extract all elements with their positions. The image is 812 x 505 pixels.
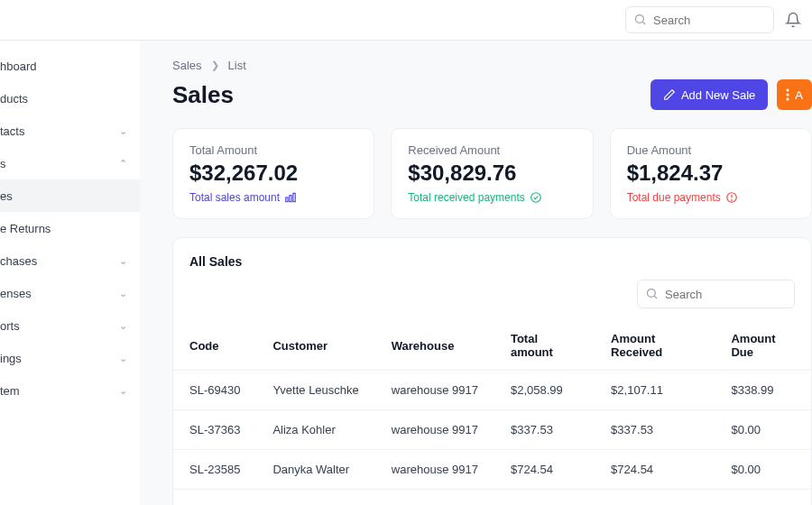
sidebar-item[interactable]: enses⌄ [0,277,140,309]
column-header[interactable]: Customer [256,321,374,371]
sidebar-item[interactable]: tem⌄ [0,374,140,407]
svg-line-1 [642,22,645,24]
sidebar-item-label: tacts [0,124,24,138]
chevron-right-icon: ❯ [211,60,219,71]
breadcrumb: Sales ❯ List [172,59,812,72]
sidebar-item-label: e Returns [0,222,51,235]
svg-point-3 [787,94,789,96]
table-row[interactable]: SL-37544Hollie Lednerwarehouse 9917$594.… [173,490,811,506]
column-header[interactable]: Total amount [494,321,595,371]
check-icon [530,191,542,204]
svg-point-12 [648,289,656,298]
table-cell: Yvette Leuschke [256,371,374,410]
table-cell: $594.36 [494,490,595,506]
table-row[interactable]: SL-23585Danyka Walterwarehouse 9917$724.… [173,450,811,490]
sidebar-item-label: hboard [0,60,36,73]
table-cell: warehouse 9917 [375,410,494,450]
sales-panel: All Sales CodeCustomerWarehouseTotal amo… [172,237,812,505]
table-cell: SL-37544 [173,490,256,506]
table-cell: $2,107.11 [595,371,715,410]
sidebar-item[interactable]: ducts [0,82,140,115]
table-cell: Hollie Ledner [256,490,374,506]
table-cell: warehouse 9917 [375,490,494,506]
svg-rect-6 [290,196,291,202]
panel-search-input[interactable] [637,280,795,308]
global-search [625,6,774,33]
table-cell: $337.53 [494,410,595,450]
table-cell: Aliza Kohler [256,410,374,450]
page-title: Sales [172,81,234,109]
sidebar-item-label: enses [0,287,32,300]
column-header[interactable]: Amount Due [715,321,811,371]
dots-vertical-icon [786,88,789,101]
card-amount: $1,824.37 [627,161,795,186]
chart-icon [284,191,297,204]
sidebar-item-label: chases [0,254,37,268]
column-header[interactable]: Warehouse [375,321,494,371]
table-cell: SL-37363 [173,410,256,450]
table-cell: $0.00 [715,450,811,490]
column-header[interactable]: Code [173,321,256,371]
card-amount: $32,267.02 [189,161,357,186]
search-icon [645,287,659,300]
chevron-down-icon: ⌄ [119,125,127,137]
sidebar-item-label: ings [0,352,22,365]
svg-point-11 [731,200,732,201]
bell-icon[interactable] [785,12,801,28]
chevron-up-icon: ⌃ [119,158,127,170]
svg-point-4 [787,98,789,101]
main: Sales ❯ List Sales Add New Sale A [140,41,812,505]
sidebar-item-label: es [0,189,13,203]
table-cell: $449.93 [595,490,715,506]
svg-point-0 [636,15,644,23]
chevron-down-icon: ⌄ [119,385,127,397]
sidebar-item[interactable]: ings⌄ [0,342,140,374]
search-icon [633,13,647,26]
add-new-sale-label: Add New Sale [681,88,755,102]
table-cell: $338.99 [715,371,811,410]
svg-rect-5 [286,197,288,202]
summary-card: Received Amount$30,829.76Total received … [391,128,593,219]
sidebar-item[interactable]: s⌃ [0,147,140,179]
sidebar-item[interactable]: hboard [0,50,140,82]
sidebar-item-label: ducts [0,92,28,106]
card-label: Due Amount [627,143,795,157]
table-cell: $0.00 [715,410,811,450]
table-cell: Danyka Walter [256,450,374,490]
sidebar-item[interactable]: es [0,179,140,212]
card-label: Received Amount [408,143,576,157]
table-cell: $2,058.99 [494,371,595,410]
table-cell: $724.54 [494,450,595,490]
pencil-icon [663,88,676,101]
sales-table: CodeCustomerWarehouseTotal amountAmount … [173,321,811,505]
svg-line-13 [654,296,657,298]
svg-point-8 [531,193,540,203]
card-amount: $30,829.76 [408,161,576,186]
chevron-down-icon: ⌄ [119,288,127,299]
chevron-down-icon: ⌄ [119,353,127,364]
column-header[interactable]: Amount Received [595,321,715,371]
sidebar-item-label: s [0,157,6,170]
add-new-sale-button[interactable]: Add New Sale [651,79,768,110]
more-actions-button[interactable]: A [777,79,812,110]
chevron-down-icon: ⌄ [119,255,127,267]
table-row[interactable]: SL-69430Yvette Leuschkewarehouse 9917$2,… [173,371,811,410]
panel-title: All Sales [173,238,811,280]
sidebar-item-label: tem [0,384,20,398]
sidebar-item[interactable]: tacts⌄ [0,115,140,147]
sidebar-item[interactable]: e Returns [0,212,140,244]
more-actions-label: A [795,88,803,102]
summary-card: Total Amount$32,267.02Total sales amount [172,128,374,219]
summary-card: Due Amount$1,824.37Total due payments [610,128,812,219]
table-cell: $144.43 [715,490,811,506]
table-cell: $724.54 [595,450,715,490]
panel-search [637,280,795,308]
topbar [0,0,812,41]
sidebar-item[interactable]: orts⌄ [0,309,140,342]
global-search-input[interactable] [625,6,774,33]
table-row[interactable]: SL-37363Aliza Kohlerwarehouse 9917$337.5… [173,410,811,450]
chevron-down-icon: ⌄ [119,320,127,332]
breadcrumb-item[interactable]: Sales [172,59,202,72]
sidebar-item[interactable]: chases⌄ [0,244,140,277]
table-cell: SL-23585 [173,450,256,490]
